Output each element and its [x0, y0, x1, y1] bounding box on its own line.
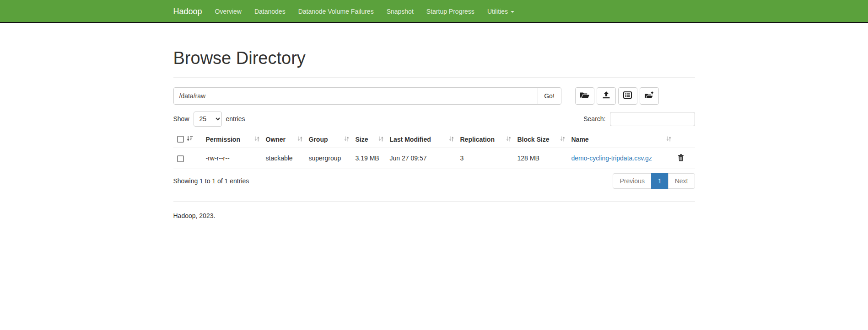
file-table: Permission Owner Group Size [173, 131, 695, 169]
sort-icon [666, 136, 671, 143]
col-header-actions [674, 131, 695, 148]
table-controls: Show 25 entries Search: [173, 112, 695, 127]
col-header-select-all[interactable] [173, 131, 202, 148]
page-length-select[interactable]: 25 [194, 112, 222, 127]
owner-cell: stackable [262, 148, 305, 169]
sort-icon [560, 136, 565, 143]
search-input[interactable] [610, 112, 695, 126]
replication-cell: 3 [457, 148, 514, 169]
nav-utilities-label: Utilities [487, 8, 508, 15]
path-bar: Go! [173, 87, 695, 105]
chevron-down-icon [511, 11, 514, 13]
explorer-toolbar [575, 87, 659, 105]
row-select-cell [173, 148, 202, 169]
pagination-next[interactable]: Next [668, 173, 695, 189]
select-all-checkbox[interactable] [177, 136, 184, 143]
nav-datanode-volume-failures[interactable]: Datanode Volume Failures [292, 8, 380, 15]
col-header-last-modified[interactable]: Last Modified [386, 131, 457, 148]
navbar-container: Hadoop Overview Datanodes Datanode Volum… [167, 0, 702, 23]
entries-info: Showing 1 to 1 of 1 entries [173, 177, 249, 185]
table-header-row: Permission Owner Group Size [173, 131, 695, 148]
file-name-link[interactable]: demo-cycling-tripdata.csv.gz [571, 154, 652, 162]
sort-icon [344, 136, 349, 143]
search-label: Search: [583, 115, 605, 122]
permission-value[interactable]: -rw-r--r-- [206, 154, 230, 162]
col-header-owner[interactable]: Owner [262, 131, 305, 148]
page-title: Browse Directory [173, 49, 695, 77]
delete-button[interactable] [678, 154, 684, 163]
trash-icon [678, 156, 684, 163]
col-header-group[interactable]: Group [305, 131, 352, 148]
sort-icon [378, 136, 383, 143]
go-button[interactable]: Go! [538, 87, 561, 105]
col-header-name[interactable]: Name [568, 131, 674, 148]
folder-move-icon [645, 91, 654, 100]
move-button[interactable] [640, 87, 659, 105]
name-cell: demo-cycling-tripdata.csv.gz [568, 148, 674, 169]
pagination-previous[interactable]: Previous [613, 173, 651, 189]
create-directory-button[interactable] [575, 87, 594, 105]
brand-hadoop[interactable]: Hadoop [173, 7, 202, 16]
permission-cell: -rw-r--r-- [202, 148, 262, 169]
sort-amount-icon [187, 136, 193, 143]
search-control: Search: [583, 112, 695, 126]
table-footer: Showing 1 to 1 of 1 entries Previous 1 N… [173, 173, 695, 189]
pagination: Previous 1 Next [613, 173, 695, 189]
show-label: Show [173, 115, 189, 122]
group-value[interactable]: supergroup [309, 154, 341, 162]
upload-icon [602, 91, 611, 100]
footer-divider [173, 201, 695, 202]
sort-icon [506, 136, 511, 143]
set-quota-button[interactable] [618, 87, 637, 105]
nav-overview[interactable]: Overview [209, 8, 248, 15]
upload-file-button[interactable] [597, 87, 616, 105]
sort-icon [297, 136, 302, 143]
actions-cell [674, 148, 695, 169]
navbar: Hadoop Overview Datanodes Datanode Volum… [0, 0, 868, 23]
folder-open-icon [580, 91, 589, 100]
nav-startup-progress[interactable]: Startup Progress [420, 8, 481, 15]
list-alt-icon [623, 91, 632, 100]
path-input[interactable] [173, 87, 538, 105]
sort-icon [449, 136, 454, 143]
col-header-block-size[interactable]: Block Size [514, 131, 568, 148]
row-checkbox[interactable] [177, 155, 184, 162]
col-header-permission[interactable]: Permission [202, 131, 262, 148]
size-cell: 3.19 MB [352, 148, 386, 169]
sort-icon [254, 136, 259, 143]
table-row: -rw-r--r-- stackable supergroup 3.19 MB … [173, 148, 695, 169]
nav-datanodes[interactable]: Datanodes [248, 8, 292, 15]
pagination-page-1[interactable]: 1 [651, 173, 669, 189]
page-header: Browse Directory [173, 49, 695, 78]
path-input-group: Go! [173, 87, 561, 105]
last-modified-cell: Jun 27 09:57 [386, 148, 457, 169]
owner-value[interactable]: stackable [266, 154, 293, 162]
replication-value[interactable]: 3 [460, 154, 464, 162]
entries-label: entries [226, 115, 245, 122]
block-size-cell: 128 MB [514, 148, 568, 169]
col-header-replication[interactable]: Replication [457, 131, 514, 148]
page-length-control: Show 25 entries [173, 112, 245, 127]
footer-text: Hadoop, 2023. [173, 212, 695, 219]
group-cell: supergroup [305, 148, 352, 169]
nav-snapshot[interactable]: Snapshot [380, 8, 420, 15]
nav-utilities-dropdown[interactable]: Utilities [481, 8, 521, 15]
col-header-size[interactable]: Size [352, 131, 386, 148]
